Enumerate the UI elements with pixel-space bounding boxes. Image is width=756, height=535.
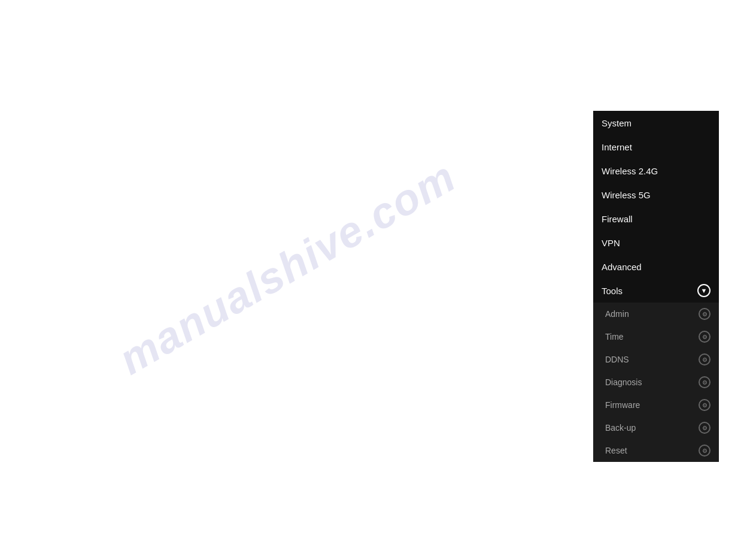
sidebar-item-wireless-2g[interactable]: Wireless 2.4G xyxy=(593,159,719,183)
firmware-icon: ⚙ xyxy=(699,399,711,411)
sidebar-subitem-time[interactable]: Time ⚙ xyxy=(593,325,719,348)
gear-icon: ⚙ xyxy=(702,402,708,409)
sidebar-item-internet-label: Internet xyxy=(602,142,632,152)
sidebar-subitem-backup-label: Back-up xyxy=(605,423,636,433)
sidebar-item-wireless-5g[interactable]: Wireless 5G xyxy=(593,183,719,207)
sidebar-subitem-firmware[interactable]: Firmware ⚙ xyxy=(593,394,719,416)
reset-icon: ⚙ xyxy=(699,445,711,457)
sidebar-item-wireless-5g-label: Wireless 5G xyxy=(602,190,651,200)
sidebar-subitem-admin[interactable]: Admin ⚙ xyxy=(593,303,719,325)
watermark: manualshive.com xyxy=(111,151,464,383)
gear-icon: ⚙ xyxy=(702,356,708,363)
gear-icon: ⚙ xyxy=(702,311,708,318)
gear-icon: ⚙ xyxy=(702,425,708,431)
backup-icon: ⚙ xyxy=(699,422,711,434)
sidebar-item-vpn[interactable]: VPN xyxy=(593,231,719,255)
sidebar-subitem-reset-label: Reset xyxy=(605,446,627,455)
sidebar-item-firewall[interactable]: Firewall xyxy=(593,207,719,231)
sidebar-item-system[interactable]: System xyxy=(593,111,719,135)
sidebar-nav: System Internet Wireless 2.4G Wireless 5… xyxy=(593,111,719,462)
admin-icon: ⚙ xyxy=(699,308,711,320)
chevron-down-icon: ▼ xyxy=(701,288,708,294)
sidebar-subitem-admin-label: Admin xyxy=(605,309,629,319)
sidebar-subitem-diagnosis[interactable]: Diagnosis ⚙ xyxy=(593,371,719,394)
time-icon: ⚙ xyxy=(699,331,711,343)
gear-icon: ⚙ xyxy=(702,448,708,454)
diagnosis-icon: ⚙ xyxy=(699,376,711,388)
sidebar-subitem-reset[interactable]: Reset ⚙ xyxy=(593,439,719,462)
sidebar-subitem-time-label: Time xyxy=(605,332,624,341)
sidebar-subitem-ddns-label: DDNS xyxy=(605,355,629,364)
sidebar-item-tools-label: Tools xyxy=(602,286,623,296)
sidebar-item-vpn-label: VPN xyxy=(602,238,620,248)
sidebar-item-system-label: System xyxy=(602,118,631,128)
gear-icon: ⚙ xyxy=(702,379,708,386)
sidebar-item-firewall-label: Firewall xyxy=(602,214,633,224)
sidebar-item-advanced[interactable]: Advanced xyxy=(593,255,719,279)
sidebar-item-advanced-label: Advanced xyxy=(602,262,642,272)
sidebar-subitem-ddns[interactable]: DDNS ⚙ xyxy=(593,348,719,371)
sidebar-subitem-backup[interactable]: Back-up ⚙ xyxy=(593,416,719,439)
sidebar-subitem-firmware-label: Firmware xyxy=(605,400,640,410)
gear-icon: ⚙ xyxy=(702,334,708,340)
ddns-icon: ⚙ xyxy=(699,353,711,365)
sidebar-subitem-diagnosis-label: Diagnosis xyxy=(605,377,642,387)
sidebar-item-internet[interactable]: Internet xyxy=(593,135,719,159)
sidebar-item-wireless-2g-label: Wireless 2.4G xyxy=(602,166,658,176)
sidebar-item-tools[interactable]: Tools ▼ xyxy=(593,279,719,303)
tools-expand-icon: ▼ xyxy=(697,284,711,297)
